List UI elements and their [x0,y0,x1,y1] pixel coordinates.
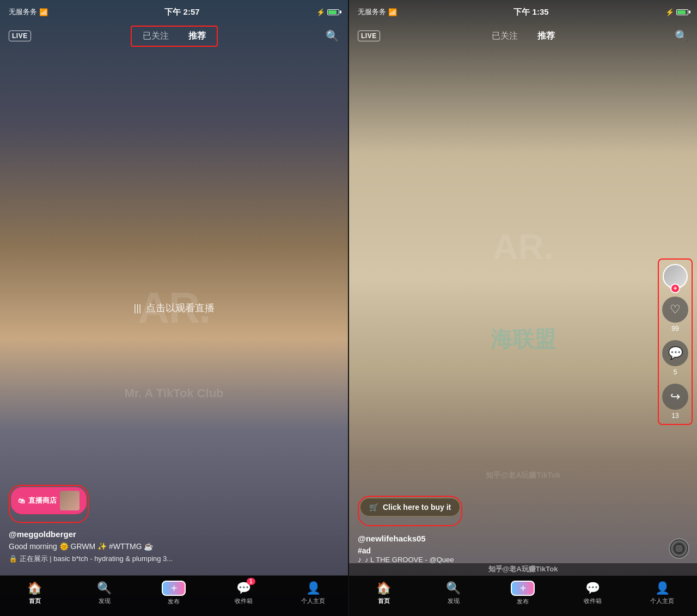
right-live-badge: LIVE [358,30,380,41]
left-bottom-nav: 🏠 首页 🔍 发现 + 发布 💬 1 收件箱 👤 个人主页 [0,575,348,616]
right-action-sidebar-highlight: + ♡ 99 💬 5 ↪ 13 [658,258,693,425]
share-count: 13 [671,412,678,420]
left-caption: Good morning 🌞 GRWM ✨ #WTTMG ☕ [9,542,339,551]
like-icon: ♡ [662,297,688,323]
right-bottom-watermark-bar: 知乎@老A玩赚TikTok [349,563,697,575]
left-inbox-icon: 💬 1 [236,581,251,595]
right-action-like[interactable]: ♡ 99 [662,297,688,332]
left-discover-icon: 🔍 [97,581,112,595]
left-shop-button[interactable]: 🛍 直播商店 [11,487,87,514]
right-bottom-nav: 🏠 首页 🔍 发现 + 发布 💬 收件箱 👤 个人主页 [349,575,697,616]
right-discover-icon: 🔍 [446,581,461,595]
comment-icon: 💬 [662,340,688,366]
left-nav-profile[interactable]: 👤 个人主页 [299,581,327,605]
right-inbox-icon: 💬 [585,581,600,595]
left-tab-highlight-box: 已关注 推荐 [131,26,218,47]
right-action-share[interactable]: ↪ 13 [662,384,688,420]
left-profile-icon: 👤 [306,581,321,595]
avatar-follow-plus[interactable]: + [670,284,680,293]
right-search-button[interactable]: 🔍 [675,29,688,42]
right-wifi-icon: 📶 [388,8,397,16]
left-username[interactable]: @meggoldberger [9,529,339,539]
right-nav-publish[interactable]: + 发布 [509,581,536,606]
left-product-thumbnail [60,491,80,510]
right-buy-button-highlight: 🛒 Click here to buy it [358,496,462,526]
left-live-bars: ||| [133,303,141,314]
right-nav-profile[interactable]: 👤 个人主页 [649,581,676,605]
right-bottom-info: 🛒 Click here to buy it @newlifehacks05 #… [349,496,697,572]
right-nav-home[interactable]: 🏠 首页 [370,581,398,605]
left-signal: 无服务务 [9,7,37,17]
right-bottom-watermark-text: 知乎@老A玩赚TikTok [488,564,558,574]
right-music-text: ♪ L THE GROOVE - @Quee [365,556,454,564]
tab-following-left[interactable]: 已关注 [138,28,173,44]
left-nav-home[interactable]: 🏠 首页 [21,581,48,605]
tab-recommend-left[interactable]: 推荐 [184,28,210,44]
right-inbox-label: 收件箱 [584,597,602,605]
left-battery-fill [328,10,337,14]
right-buy-button[interactable]: 🛒 Click here to buy it [360,498,460,516]
left-time: 下午 2:57 [164,7,199,17]
right-username[interactable]: @newlifehacks05 [358,534,688,543]
right-nav-inbox[interactable]: 💬 收件箱 [579,581,606,605]
left-inbox-label: 收件箱 [235,597,253,605]
left-battery-icon [327,9,339,15]
left-publish-icon: + [162,581,186,596]
left-product-info[interactable]: 🔒 正在展示 | basic b*tch - hydrating & plump… [9,554,339,564]
right-phone-panel: AR. 海联盟 知乎@老A玩赚TikTok 无服务务 📶 下午 1:35 ⚡ L… [349,0,697,616]
left-nav-publish[interactable]: + 发布 [160,581,187,606]
share-icon: ↪ [662,384,688,410]
left-shop-icon: 🛍 [18,497,25,505]
left-search-button[interactable]: 🔍 [326,29,339,42]
right-nav-discover[interactable]: 🔍 发现 [440,581,467,605]
right-discover-label: 发现 [448,597,460,605]
right-time: 下午 1:35 [513,7,548,17]
left-wifi-icon: 📶 [39,8,48,16]
left-nav-discover[interactable]: 🔍 发现 [91,581,118,605]
right-home-label: 首页 [378,597,390,605]
left-nav-inbox[interactable]: 💬 1 收件箱 [230,581,257,605]
left-shop-highlight: 🛍 直播商店 [9,485,89,523]
left-shop-button-container: 🛍 直播商店 [9,485,89,523]
right-publish-label: 发布 [517,597,529,606]
comment-count: 5 [674,368,677,376]
left-shop-label: 直播商店 [28,496,57,506]
left-home-label: 首页 [29,597,41,605]
left-bottom-info: 🛍 直播商店 @meggoldberger Good morning 🌞 GRW… [0,485,348,572]
left-nav-bar: LIVE 已关注 推荐 🔍 [0,24,348,48]
right-music-info: ♪ ♪ L THE GROOVE - @Quee [358,555,688,564]
left-status-bar: 无服务务 📶 下午 2:57 ⚡ [0,0,348,24]
music-note-icon: ♪ [358,555,362,564]
right-profile-label: 个人主页 [650,597,674,605]
left-live-badge: LIVE [9,30,31,41]
left-profile-label: 个人主页 [301,597,325,605]
right-status-left: 无服务务 📶 [358,7,397,17]
like-count: 99 [671,325,678,332]
right-watermark-sub: 知乎@老A玩赚TikTok [486,471,561,481]
right-publish-icon: + [511,581,535,596]
right-tab-group: 已关注 推荐 [487,28,559,44]
right-action-comment[interactable]: 💬 5 [662,340,688,376]
tab-following-right[interactable]: 已关注 [487,28,522,44]
right-status-bar: 无服务务 📶 下午 1:35 ⚡ [349,0,697,24]
right-action-avatar[interactable]: + [663,264,688,289]
avatar-wrapper: + [663,264,688,289]
left-live-text: 点击以观看直播 [146,301,215,315]
right-profile-icon: 👤 [655,581,670,595]
right-hashtag: #ad [358,546,688,555]
left-discover-label: 发现 [99,597,111,605]
right-signal: 无服务务 [358,7,386,17]
right-nav-bar: LIVE 已关注 推荐 🔍 [349,24,697,48]
left-live-overlay[interactable]: ||| 点击以观看直播 [133,301,214,315]
tab-recommend-right[interactable]: 推荐 [533,28,559,44]
right-battery-fill [677,10,686,14]
left-battery: ⚡ [316,8,339,16]
right-buy-icon: 🛒 [369,503,378,512]
left-phone-panel: AR. Mr. A TikTok Club 无服务务 📶 下午 2:57 ⚡ L… [0,0,348,616]
right-battery: ⚡ [665,8,688,16]
right-battery-icon [676,9,688,15]
left-status-left: 无服务务 📶 [9,7,48,17]
left-publish-label: 发布 [168,597,180,606]
left-home-icon: 🏠 [27,581,42,595]
left-inbox-badge: 1 [247,578,255,585]
